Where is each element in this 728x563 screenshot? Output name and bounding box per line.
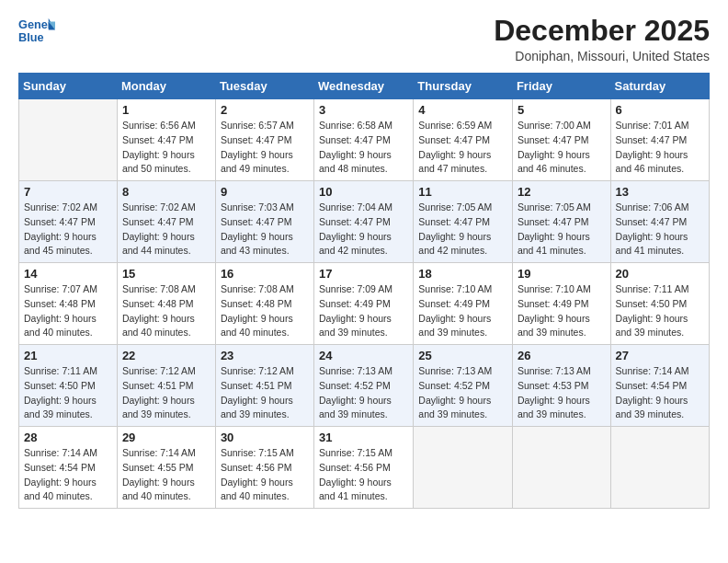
sunrise-text: Sunrise: 7:08 AM — [221, 282, 309, 297]
sunset-text: Sunset: 4:47 PM — [418, 133, 507, 148]
month-title: December 2025 — [494, 15, 710, 47]
sunrise-text: Sunrise: 7:06 AM — [616, 201, 704, 215]
calendar-day: 15Sunrise: 7:08 AMSunset: 4:48 PMDayligh… — [117, 263, 215, 345]
col-wednesday: Wednesday — [314, 74, 414, 99]
daylight-line1: Daylight: 9 hours — [319, 394, 408, 408]
daylight-line1: Daylight: 9 hours — [122, 476, 210, 490]
daylight-line2: and 47 minutes. — [418, 162, 507, 177]
calendar-day: 30Sunrise: 7:15 AMSunset: 4:56 PMDayligh… — [215, 427, 313, 509]
day-number: 12 — [518, 185, 606, 199]
calendar-day: 17Sunrise: 7:09 AMSunset: 4:49 PMDayligh… — [314, 263, 414, 345]
daylight-line2: and 39 minutes. — [418, 326, 507, 340]
daylight-line2: and 42 minutes. — [319, 244, 408, 259]
day-number: 25 — [418, 349, 507, 362]
col-thursday: Thursday — [414, 74, 513, 99]
daylight-line2: and 39 minutes. — [24, 408, 112, 422]
sunrise-text: Sunrise: 7:05 AM — [518, 201, 606, 215]
day-number: 9 — [221, 185, 309, 199]
daylight-line2: and 39 minutes. — [518, 408, 606, 422]
day-info: Sunrise: 7:13 AMSunset: 4:53 PMDaylight:… — [518, 364, 606, 422]
daylight-line1: Daylight: 9 hours — [24, 230, 112, 245]
calendar-day: 22Sunrise: 7:12 AMSunset: 4:51 PMDayligh… — [117, 345, 215, 427]
calendar-day: 9Sunrise: 7:03 AMSunset: 4:47 PMDaylight… — [215, 181, 313, 263]
sunset-text: Sunset: 4:52 PM — [319, 379, 408, 394]
day-info: Sunrise: 7:02 AMSunset: 4:47 PMDaylight:… — [24, 201, 112, 259]
calendar-day: 3Sunrise: 6:58 AMSunset: 4:47 PMDaylight… — [314, 99, 414, 181]
daylight-line2: and 39 minutes. — [221, 408, 309, 422]
calendar-day: 25Sunrise: 7:13 AMSunset: 4:52 PMDayligh… — [414, 345, 513, 427]
daylight-line2: and 39 minutes. — [616, 408, 704, 422]
day-number: 14 — [24, 267, 112, 281]
sunset-text: Sunset: 4:55 PM — [122, 461, 210, 476]
sunset-text: Sunset: 4:54 PM — [24, 461, 112, 476]
daylight-line1: Daylight: 9 hours — [221, 312, 309, 327]
sunset-text: Sunset: 4:50 PM — [616, 297, 704, 312]
location: Doniphan, Missouri, United States — [494, 49, 710, 63]
sunrise-text: Sunrise: 7:01 AM — [616, 119, 704, 133]
day-number: 2 — [221, 103, 309, 117]
day-number: 21 — [24, 349, 112, 362]
sunrise-text: Sunrise: 7:13 AM — [319, 364, 408, 379]
day-info: Sunrise: 7:00 AMSunset: 4:47 PMDaylight:… — [518, 119, 606, 177]
sunset-text: Sunset: 4:51 PM — [221, 379, 309, 394]
sunset-text: Sunset: 4:49 PM — [319, 297, 408, 312]
daylight-line2: and 49 minutes. — [221, 162, 309, 177]
sunrise-text: Sunrise: 6:59 AM — [418, 119, 507, 133]
sunset-text: Sunset: 4:47 PM — [24, 215, 112, 230]
daylight-line2: and 41 minutes. — [518, 244, 606, 259]
sunset-text: Sunset: 4:50 PM — [24, 379, 112, 394]
daylight-line1: Daylight: 9 hours — [24, 394, 112, 408]
calendar-day: 28Sunrise: 7:14 AMSunset: 4:54 PMDayligh… — [19, 427, 118, 509]
daylight-line2: and 46 minutes. — [616, 162, 704, 177]
day-info: Sunrise: 7:06 AMSunset: 4:47 PMDaylight:… — [616, 201, 704, 259]
calendar-day: 26Sunrise: 7:13 AMSunset: 4:53 PMDayligh… — [512, 345, 610, 427]
sunset-text: Sunset: 4:51 PM — [122, 379, 210, 394]
calendar-day: 2Sunrise: 6:57 AMSunset: 4:47 PMDaylight… — [215, 99, 313, 181]
calendar-day: 16Sunrise: 7:08 AMSunset: 4:48 PMDayligh… — [215, 263, 313, 345]
sunrise-text: Sunrise: 7:14 AM — [122, 446, 210, 461]
day-number: 30 — [221, 431, 309, 444]
calendar-week-1: 1Sunrise: 6:56 AMSunset: 4:47 PMDaylight… — [19, 99, 710, 181]
day-info: Sunrise: 7:05 AMSunset: 4:47 PMDaylight:… — [418, 201, 507, 259]
sunrise-text: Sunrise: 7:04 AM — [319, 201, 408, 215]
daylight-line1: Daylight: 9 hours — [518, 148, 606, 163]
day-info: Sunrise: 7:14 AMSunset: 4:55 PMDaylight:… — [122, 446, 210, 504]
sunrise-text: Sunrise: 7:07 AM — [24, 282, 112, 297]
day-number: 29 — [122, 431, 210, 444]
daylight-line1: Daylight: 9 hours — [616, 148, 704, 163]
day-number: 8 — [122, 185, 210, 199]
daylight-line1: Daylight: 9 hours — [221, 394, 309, 408]
calendar-day: 10Sunrise: 7:04 AMSunset: 4:47 PMDayligh… — [314, 181, 414, 263]
calendar-day — [414, 427, 513, 509]
day-info: Sunrise: 7:13 AMSunset: 4:52 PMDaylight:… — [418, 364, 507, 422]
sunrise-text: Sunrise: 7:14 AM — [616, 364, 704, 379]
calendar-day: 7Sunrise: 7:02 AMSunset: 4:47 PMDaylight… — [19, 181, 118, 263]
daylight-line1: Daylight: 9 hours — [122, 312, 210, 327]
sunrise-text: Sunrise: 7:00 AM — [518, 119, 606, 133]
day-info: Sunrise: 6:59 AMSunset: 4:47 PMDaylight:… — [418, 119, 507, 177]
col-friday: Friday — [512, 74, 610, 99]
logo-icon: General Blue — [18, 15, 55, 47]
sunset-text: Sunset: 4:56 PM — [221, 461, 309, 476]
daylight-line2: and 48 minutes. — [319, 162, 408, 177]
sunset-text: Sunset: 4:47 PM — [616, 133, 704, 148]
day-info: Sunrise: 6:58 AMSunset: 4:47 PMDaylight:… — [319, 119, 408, 177]
calendar-day: 6Sunrise: 7:01 AMSunset: 4:47 PMDaylight… — [610, 99, 709, 181]
day-number: 20 — [616, 267, 704, 281]
sunset-text: Sunset: 4:47 PM — [319, 133, 408, 148]
sunrise-text: Sunrise: 7:09 AM — [319, 282, 408, 297]
sunrise-text: Sunrise: 7:10 AM — [518, 282, 606, 297]
page-container: General Blue December 2025 Doniphan, Mis… — [0, 0, 728, 518]
day-info: Sunrise: 7:04 AMSunset: 4:47 PMDaylight:… — [319, 201, 408, 259]
sunrise-text: Sunrise: 6:57 AM — [221, 119, 309, 133]
daylight-line2: and 41 minutes. — [319, 489, 408, 504]
day-info: Sunrise: 7:15 AMSunset: 4:56 PMDaylight:… — [221, 446, 309, 504]
day-info: Sunrise: 7:02 AMSunset: 4:47 PMDaylight:… — [122, 201, 210, 259]
sunset-text: Sunset: 4:52 PM — [418, 379, 507, 394]
daylight-line1: Daylight: 9 hours — [616, 312, 704, 327]
daylight-line1: Daylight: 9 hours — [616, 394, 704, 408]
sunrise-text: Sunrise: 7:02 AM — [24, 201, 112, 215]
calendar-week-3: 14Sunrise: 7:07 AMSunset: 4:48 PMDayligh… — [19, 263, 710, 345]
day-info: Sunrise: 7:12 AMSunset: 4:51 PMDaylight:… — [221, 364, 309, 422]
calendar-day: 14Sunrise: 7:07 AMSunset: 4:48 PMDayligh… — [19, 263, 118, 345]
